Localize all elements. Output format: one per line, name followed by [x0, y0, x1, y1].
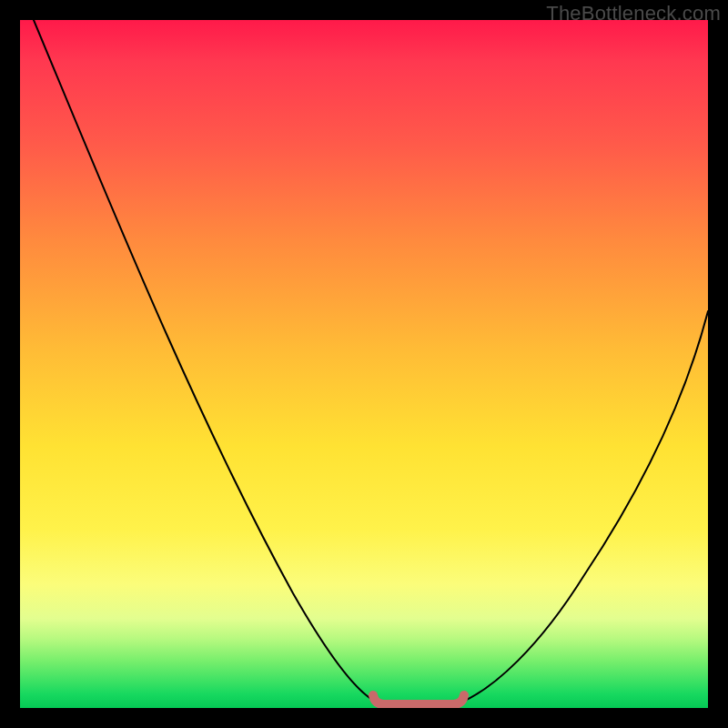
watermark-text: TheBottleneck.com — [546, 2, 721, 25]
bottleneck-curve — [20, 20, 708, 708]
chart-plot-area — [20, 20, 708, 708]
valley-marker — [373, 695, 464, 704]
curve-left-branch — [34, 20, 378, 703]
curve-right-branch — [460, 311, 708, 703]
